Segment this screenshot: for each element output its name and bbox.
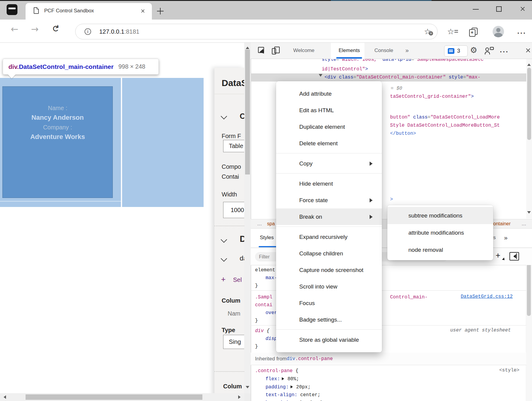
issues-counter[interactable]: 3 [444,45,468,57]
css-declaration-flex[interactable]: flex:80%; [266,375,299,383]
new-style-rule-button[interactable]: + [496,251,500,260]
css-selector-fragment[interactable]: contai [255,301,272,309]
css-property[interactable]: disp [266,335,277,343]
css-declaration-box-sizing[interactable]: box-sizing: border-box; [266,399,332,401]
tab-console[interactable]: Console [374,48,393,54]
css-selector-fragment-right[interactable]: Control_main- [390,293,428,301]
menu-item-capture-node-screenshot[interactable]: Capture node screenshot [276,262,382,278]
stylesheet-link[interactable]: DataSetGrid.css:12 [461,294,513,299]
menu-item-hide-element[interactable]: Hide element [276,175,382,192]
scroll-down-arrow[interactable] [246,386,249,390]
browser-menu-icon[interactable]: ··· [517,29,526,37]
horizontal-scroll-thumb[interactable] [26,394,202,400]
width-input[interactable]: 1000 [223,202,244,218]
css-declaration-text-align[interactable]: text-align: center; [266,391,320,399]
forward-button[interactable]: → [31,25,38,34]
menu-item-badge-settings[interactable]: Badge settings... [276,311,382,328]
menu-item-add-attribute[interactable]: Add attribute [276,85,382,102]
toggle-sidebar-icon[interactable] [509,252,519,261]
expand-shorthand-icon[interactable] [282,377,286,380]
browser-tab[interactable]: PCF Control Sandbox [26,3,152,20]
inherited-tag[interactable]: div [287,356,295,362]
div-rule-selector[interactable]: div { [255,327,269,335]
code-token: "max- [466,75,481,80]
devtools-menu-icon[interactable]: ··· [500,48,509,56]
menu-item-collapse-children[interactable]: Collapse children [276,245,382,262]
scroll-up-arrow[interactable] [246,45,249,49]
styles-scroll-thumb[interactable] [527,257,531,316]
elements-scroll-thumb[interactable] [527,68,531,140]
more-tabs-icon[interactable]: » [405,47,409,54]
code-line[interactable]: id|TestControl"> [322,65,368,73]
menu-item-subtree-modifications[interactable]: subtree modifications [387,207,493,224]
tab-welcome[interactable]: Welcome [293,48,315,54]
elements-scroll-up[interactable] [527,62,531,66]
breadcrumb-ellipsis[interactable]: … [257,221,262,227]
elements-scroll-down[interactable] [527,211,531,215]
chevron-down-icon[interactable] [221,113,227,119]
menu-item-node-removal[interactable]: node removal [387,241,493,258]
menu-item-break-on[interactable]: Break on [276,208,382,225]
menu-item-edit-as-html[interactable]: Edit as HTML [276,102,382,119]
menu-item-duplicate-element[interactable]: Duplicate element [276,119,382,135]
add-favorite-icon[interactable]: ☆+ [424,28,431,35]
devtools-close-icon[interactable] [525,48,531,54]
tab-elements[interactable]: Elements [339,48,360,54]
tab-close-icon[interactable] [140,9,145,14]
scroll-right-arrow[interactable] [238,395,242,399]
css-property[interactable]: max- [266,274,277,282]
code-line[interactable]: > [390,196,393,204]
form-factor-select[interactable]: Table [223,140,244,152]
breadcrumb-item-left[interactable]: spa [267,221,275,227]
inherited-class[interactable]: .control-pane [295,356,333,362]
code-line[interactable]: taSetControl_grid-container"> [390,93,474,101]
chevron-down-icon[interactable] [221,236,227,243]
element-style-rule[interactable]: element [255,266,275,274]
profile-avatar[interactable] [493,26,504,37]
menu-item-scroll-into-view[interactable]: Scroll into view [276,278,382,295]
expand-shorthand-icon[interactable] [291,385,294,388]
breadcrumb-trail-ellipsis[interactable]: … [521,221,526,227]
feedback-icon[interactable] [485,47,494,55]
control-pane-selector[interactable]: .control-pane { [255,367,298,375]
menu-item-copy[interactable]: Copy [276,155,382,172]
chevron-down-icon[interactable] [221,255,227,262]
type-select[interactable]: Sing [223,335,244,349]
settings-gear-icon[interactable]: ⚙ [470,46,477,54]
site-info-icon[interactable]: i [85,28,91,35]
breadcrumb-item-right[interactable]: ontainer [493,221,511,227]
collections-icon[interactable]: + [469,28,478,37]
code-line[interactable]: </button> [390,130,416,138]
window-minimize-button[interactable] [473,9,479,10]
menu-item-force-state[interactable]: Force state [276,192,382,208]
css-declaration-padding[interactable]: padding:20px; [266,383,311,391]
reload-button[interactable]: ↻ [51,24,61,33]
tab-styles[interactable]: Styles [260,235,274,241]
record-card[interactable]: Name : Nancy Anderson Company : Adventur… [2,86,113,198]
menu-item-delete-element[interactable]: Delete element [276,135,382,152]
menu-item-store-as-global-variable[interactable]: Store as global variable [276,332,382,348]
css-selector-fragment[interactable]: .Sampl [255,293,272,301]
select-link[interactable]: Sel [233,276,242,283]
scroll-left-arrow[interactable] [2,395,6,399]
window-close-button[interactable] [520,6,526,12]
url-text[interactable]: 127.0.0.1:8181 [99,28,139,35]
device-toolbar-icon[interactable] [272,47,280,54]
window-maximize-button[interactable] [496,6,502,12]
css-property[interactable]: over [266,309,277,317]
code-line[interactable]: Style DataSetControl_LoadMoreButton_St [390,122,500,130]
code-line[interactable]: button" class="DataSetControl_LoadMore [390,113,500,122]
menu-item-expand-recursively[interactable]: Expand recursively [276,229,382,245]
inspect-element-icon[interactable] [258,47,266,55]
vertical-scroll-thumb[interactable] [245,50,250,174]
add-icon[interactable]: + [221,275,226,284]
code-line-selected[interactable]: <div class="DataSetControl_main-containe… [318,73,481,82]
favorites-hub-icon[interactable]: ☆ [447,28,454,35]
menu-item-attribute-modifications[interactable]: attribute modifications [387,224,493,241]
styles-more-tabs-icon[interactable]: » [504,234,508,241]
menu-item-focus[interactable]: Focus [276,295,382,311]
new-tab-button[interactable] [157,8,164,14]
back-button[interactable]: ← [11,25,18,34]
tab-overflow-fragment[interactable]: s [493,235,496,241]
browser-logo-icon[interactable] [7,4,17,15]
